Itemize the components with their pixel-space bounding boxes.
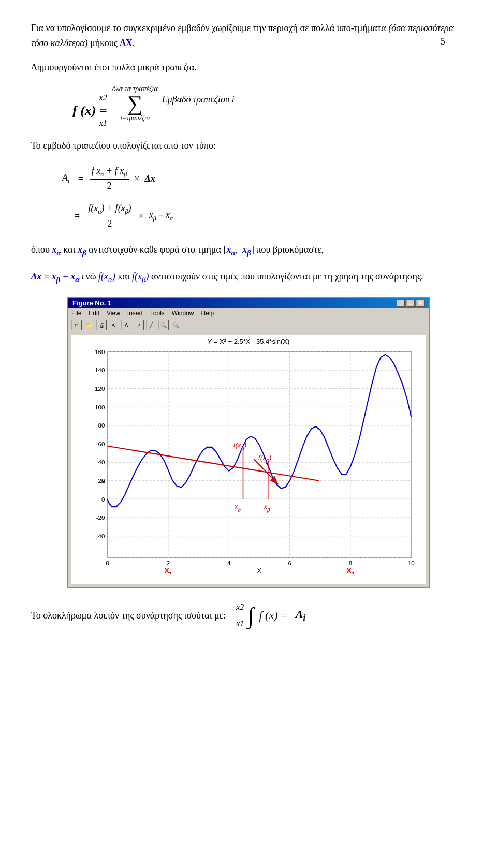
svg-text:0: 0	[101, 496, 105, 503]
upper-limit-x2: x2	[99, 93, 107, 102]
plot-menubar[interactable]: File Edit View Insert Tools Window Help	[68, 308, 429, 318]
close-button[interactable]: ✕	[416, 300, 425, 307]
minimize-button[interactable]: _	[397, 300, 405, 307]
toolbar-zoom1[interactable]: 🔍	[158, 320, 169, 330]
final-fx: f (x) =	[259, 609, 288, 622]
toolbar-zoom2[interactable]: 🔍	[171, 320, 181, 330]
fraction-2: f(xα) + f(xβ) 2	[86, 203, 133, 229]
toolbar-new[interactable]: □	[71, 320, 82, 330]
svg-text:80: 80	[98, 422, 105, 429]
figure-window: Figure No. 1 _ □ ✕ File Edit View Insert…	[67, 297, 430, 588]
svg-text:160: 160	[95, 349, 105, 355]
embado-label: Εμβαδό τραπεζίου i	[162, 94, 235, 105]
paragraph-2: Δημιουργούνται έτσι πολλά μικρά τραπέζια…	[31, 60, 466, 75]
svg-text:100: 100	[95, 404, 105, 410]
page-number: 5	[441, 36, 445, 47]
paragraph-1: Για να υπολογίσουμε το συγκεκριμένο εμβα…	[31, 21, 466, 51]
explanation-1: όπου xα και xβ αντιστοιχούν κάθε φορά στ…	[31, 242, 466, 259]
final-upper-x2: x2	[236, 602, 244, 612]
toolbar-arrow-up[interactable]: ↗	[134, 320, 144, 330]
svg-text:10: 10	[408, 560, 415, 566]
explanation-2: Δx = xβ − xα ενώ f(xα) και f(xβ) αντιστο…	[31, 269, 466, 286]
menu-window[interactable]: Window	[172, 310, 194, 317]
menu-insert[interactable]: Insert	[127, 310, 143, 317]
conclusion-text: Το ολοκλήρωμα λοιπόν της συνάρτησης ισού…	[31, 610, 226, 621]
svg-text:120: 120	[95, 386, 105, 392]
fraction-1: f xα + f xβ 2	[90, 166, 129, 192]
formula-ai-row2: = f(xα) + f(xβ) 2 × xβ − xα	[62, 203, 466, 229]
svg-text:X2: X2	[346, 567, 354, 574]
menu-help[interactable]: Help	[201, 310, 214, 317]
menu-tools[interactable]: Tools	[150, 310, 165, 317]
svg-text:140: 140	[95, 367, 105, 373]
svg-text:8: 8	[349, 560, 352, 566]
toolbar-text-A[interactable]: A	[121, 320, 131, 330]
svg-text:40: 40	[98, 460, 105, 466]
menu-view[interactable]: View	[107, 310, 120, 317]
trapezoid-area-intro: Το εμβαδό τραπεζίου υπολογίζεται από τον…	[31, 138, 466, 153]
svg-text:4: 4	[227, 560, 231, 566]
svg-text:X: X	[257, 567, 262, 574]
svg-text:X1: X1	[164, 567, 172, 574]
formula-ai-row1: Ai = f xα + f xβ 2 × Δx	[62, 166, 466, 192]
plot-toolbar[interactable]: □ 📁 🖨 ↖ A ↗ ╱ 🔍 🔍	[68, 318, 429, 332]
conclusion-row: Το ολοκλήρωμα λοιπόν της συνάρτησης ισού…	[31, 602, 466, 628]
svg-text:-20: -20	[96, 514, 105, 521]
toolbar-line[interactable]: ╱	[146, 320, 156, 330]
svg-text:0: 0	[106, 560, 109, 566]
toolbar-print[interactable]: 🖨	[96, 320, 107, 330]
svg-text:6: 6	[288, 560, 291, 566]
figure-titlebar: Figure No. 1 _ □ ✕	[68, 298, 429, 308]
lower-limit-x1: x1	[99, 119, 107, 128]
final-integral-symbol: ∫	[247, 607, 254, 625]
svg-text:60: 60	[98, 441, 105, 447]
menu-edit[interactable]: Edit	[89, 310, 99, 317]
svg-text:×: ×	[101, 477, 106, 486]
figure-title: Figure No. 1	[72, 299, 111, 307]
svg-text:2: 2	[167, 560, 170, 566]
final-ai: Ai	[296, 608, 305, 623]
plot-equation-title: Y = X² + 2.5*X - 35.4*sin(X)	[71, 335, 426, 346]
final-lower-x1: x1	[236, 619, 244, 628]
plot-area: Y = X² + 2.5*X - 35.4*sin(X)	[71, 335, 426, 584]
window-controls[interactable]: _ □ ✕	[397, 300, 425, 307]
toolbar-cursor[interactable]: ↖	[109, 320, 119, 330]
plot-svg: 160 140 120 100 80 60 40 20 0 -20 -40 0 …	[71, 346, 426, 574]
svg-text:-40: -40	[96, 533, 105, 539]
maximize-button[interactable]: □	[406, 300, 415, 307]
sum-bottom-label: i=τραπέζιο	[120, 114, 150, 122]
sum-symbol: ∑	[127, 94, 143, 114]
toolbar-open[interactable]: 📁	[84, 320, 94, 330]
menu-file[interactable]: File	[71, 310, 81, 317]
